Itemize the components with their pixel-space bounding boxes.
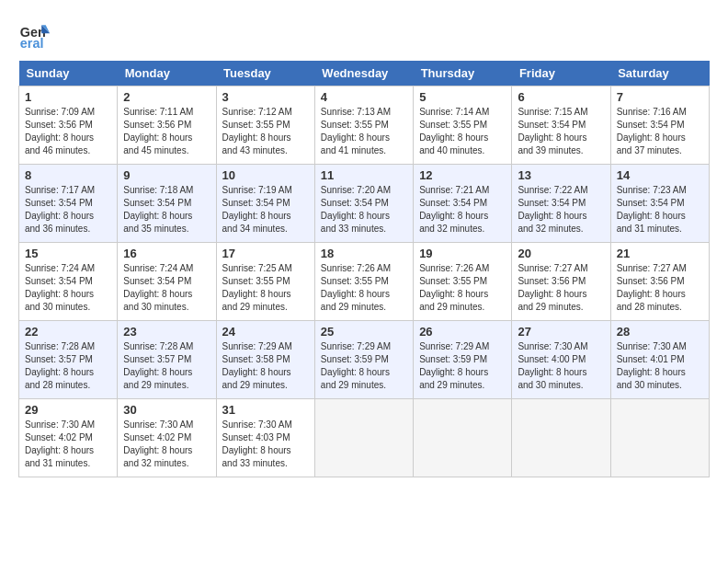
day-info: Sunrise: 7:12 AM Sunset: 3:55 PM Dayligh… [222,106,309,157]
day-number: 7 [617,90,703,104]
day-info: Sunrise: 7:28 AM Sunset: 3:57 PM Dayligh… [25,340,111,392]
calendar-week-row: 8Sunrise: 7:17 AM Sunset: 3:54 PM Daylig… [19,165,710,243]
day-info: Sunrise: 7:29 AM Sunset: 3:59 PM Dayligh… [321,340,407,392]
weekday-header-sunday: Sunday [19,61,118,86]
calendar-cell: 2Sunrise: 7:11 AM Sunset: 3:56 PM Daylig… [118,86,216,165]
day-number: 27 [518,325,604,339]
day-info: Sunrise: 7:14 AM Sunset: 3:55 PM Dayligh… [419,106,506,157]
calendar-week-row: 1Sunrise: 7:09 AM Sunset: 3:56 PM Daylig… [19,86,710,165]
calendar-week-row: 29Sunrise: 7:30 AM Sunset: 4:02 PM Dayli… [19,399,710,477]
calendar-cell: 1Sunrise: 7:09 AM Sunset: 3:56 PM Daylig… [19,86,118,165]
calendar-cell: 7Sunrise: 7:16 AM Sunset: 3:54 PM Daylig… [610,86,709,165]
calendar-cell: 12Sunrise: 7:21 AM Sunset: 3:54 PM Dayli… [414,165,512,243]
weekday-header-friday: Friday [512,61,610,86]
day-number: 25 [321,325,407,339]
day-info: Sunrise: 7:27 AM Sunset: 3:56 PM Dayligh… [518,262,604,314]
day-number: 10 [222,168,309,182]
day-info: Sunrise: 7:30 AM Sunset: 4:00 PM Dayligh… [518,340,604,392]
day-number: 4 [321,90,407,104]
day-number: 2 [123,90,210,104]
day-number: 19 [419,247,506,260]
calendar-cell: 29Sunrise: 7:30 AM Sunset: 4:02 PM Dayli… [19,399,118,477]
day-number: 12 [419,168,506,182]
calendar-cell: 5Sunrise: 7:14 AM Sunset: 3:55 PM Daylig… [414,86,512,165]
day-info: Sunrise: 7:17 AM Sunset: 3:54 PM Dayligh… [25,184,111,236]
calendar-cell: 23Sunrise: 7:28 AM Sunset: 3:57 PM Dayli… [118,321,216,399]
calendar-cell: 11Sunrise: 7:20 AM Sunset: 3:54 PM Dayli… [314,165,413,243]
day-info: Sunrise: 7:21 AM Sunset: 3:54 PM Dayligh… [419,184,506,236]
calendar-cell: 14Sunrise: 7:23 AM Sunset: 3:54 PM Dayli… [610,165,709,243]
day-info: Sunrise: 7:22 AM Sunset: 3:54 PM Dayligh… [518,184,604,236]
day-info: Sunrise: 7:25 AM Sunset: 3:55 PM Dayligh… [222,262,309,314]
day-number: 13 [518,168,604,182]
day-number: 6 [518,90,604,104]
day-info: Sunrise: 7:24 AM Sunset: 3:54 PM Dayligh… [123,262,210,314]
day-number: 24 [222,325,309,339]
page-header: Gen eral [18,18,710,52]
day-number: 14 [617,168,703,182]
day-number: 1 [25,90,111,104]
calendar-week-row: 15Sunrise: 7:24 AM Sunset: 3:54 PM Dayli… [19,243,710,321]
calendar-cell: 30Sunrise: 7:30 AM Sunset: 4:02 PM Dayli… [118,399,216,477]
calendar-cell [414,399,512,477]
calendar-cell [610,399,709,477]
day-number: 15 [25,247,111,260]
calendar-cell: 31Sunrise: 7:30 AM Sunset: 4:03 PM Dayli… [216,399,314,477]
day-number: 30 [123,403,210,417]
day-number: 22 [25,325,111,339]
day-info: Sunrise: 7:30 AM Sunset: 4:02 PM Dayligh… [123,419,210,470]
weekday-header-tuesday: Tuesday [216,61,314,86]
calendar-cell: 17Sunrise: 7:25 AM Sunset: 3:55 PM Dayli… [216,243,314,321]
day-number: 8 [25,168,111,182]
calendar-cell: 28Sunrise: 7:30 AM Sunset: 4:01 PM Dayli… [610,321,709,399]
day-number: 5 [419,90,506,104]
logo: Gen eral [18,18,55,52]
calendar-cell: 6Sunrise: 7:15 AM Sunset: 3:54 PM Daylig… [512,86,610,165]
calendar-cell: 10Sunrise: 7:19 AM Sunset: 3:54 PM Dayli… [216,165,314,243]
day-number: 23 [123,325,210,339]
day-info: Sunrise: 7:24 AM Sunset: 3:54 PM Dayligh… [25,262,111,314]
day-number: 29 [25,403,111,417]
calendar-cell: 24Sunrise: 7:29 AM Sunset: 3:58 PM Dayli… [216,321,314,399]
calendar-cell: 13Sunrise: 7:22 AM Sunset: 3:54 PM Dayli… [512,165,610,243]
calendar-week-row: 22Sunrise: 7:28 AM Sunset: 3:57 PM Dayli… [19,321,710,399]
day-info: Sunrise: 7:11 AM Sunset: 3:56 PM Dayligh… [123,106,210,157]
day-info: Sunrise: 7:27 AM Sunset: 3:56 PM Dayligh… [617,262,703,314]
day-info: Sunrise: 7:26 AM Sunset: 3:55 PM Dayligh… [321,262,407,314]
calendar-cell: 21Sunrise: 7:27 AM Sunset: 3:56 PM Dayli… [610,243,709,321]
calendar-cell: 16Sunrise: 7:24 AM Sunset: 3:54 PM Dayli… [118,243,216,321]
weekday-header-row: SundayMondayTuesdayWednesdayThursdayFrid… [19,61,710,86]
day-number: 17 [222,247,309,260]
day-info: Sunrise: 7:16 AM Sunset: 3:54 PM Dayligh… [617,106,703,157]
calendar-cell: 26Sunrise: 7:29 AM Sunset: 3:59 PM Dayli… [414,321,512,399]
day-info: Sunrise: 7:19 AM Sunset: 3:54 PM Dayligh… [222,184,309,236]
day-info: Sunrise: 7:30 AM Sunset: 4:03 PM Dayligh… [222,419,309,470]
calendar-cell [512,399,610,477]
calendar-cell: 25Sunrise: 7:29 AM Sunset: 3:59 PM Dayli… [314,321,413,399]
day-info: Sunrise: 7:29 AM Sunset: 3:59 PM Dayligh… [419,340,506,392]
calendar-cell [314,399,413,477]
day-number: 3 [222,90,309,104]
day-number: 16 [123,247,210,260]
logo-icon: Gen eral [18,18,51,52]
calendar-cell: 9Sunrise: 7:18 AM Sunset: 3:54 PM Daylig… [118,165,216,243]
day-number: 9 [123,168,210,182]
day-info: Sunrise: 7:28 AM Sunset: 3:57 PM Dayligh… [123,340,210,392]
day-info: Sunrise: 7:15 AM Sunset: 3:54 PM Dayligh… [518,106,604,157]
calendar-cell: 19Sunrise: 7:26 AM Sunset: 3:55 PM Dayli… [414,243,512,321]
day-info: Sunrise: 7:30 AM Sunset: 4:02 PM Dayligh… [25,419,111,470]
day-number: 20 [518,247,604,260]
weekday-header-wednesday: Wednesday [314,61,413,86]
svg-text:eral: eral [20,36,44,51]
calendar-cell: 22Sunrise: 7:28 AM Sunset: 3:57 PM Dayli… [19,321,118,399]
day-number: 28 [617,325,703,339]
calendar-cell: 18Sunrise: 7:26 AM Sunset: 3:55 PM Dayli… [314,243,413,321]
weekday-header-thursday: Thursday [414,61,512,86]
day-info: Sunrise: 7:29 AM Sunset: 3:58 PM Dayligh… [222,340,309,392]
calendar-cell: 8Sunrise: 7:17 AM Sunset: 3:54 PM Daylig… [19,165,118,243]
day-number: 11 [321,168,407,182]
weekday-header-monday: Monday [118,61,216,86]
calendar-table: SundayMondayTuesdayWednesdayThursdayFrid… [18,61,710,477]
day-info: Sunrise: 7:23 AM Sunset: 3:54 PM Dayligh… [617,184,703,236]
day-info: Sunrise: 7:09 AM Sunset: 3:56 PM Dayligh… [25,106,111,157]
